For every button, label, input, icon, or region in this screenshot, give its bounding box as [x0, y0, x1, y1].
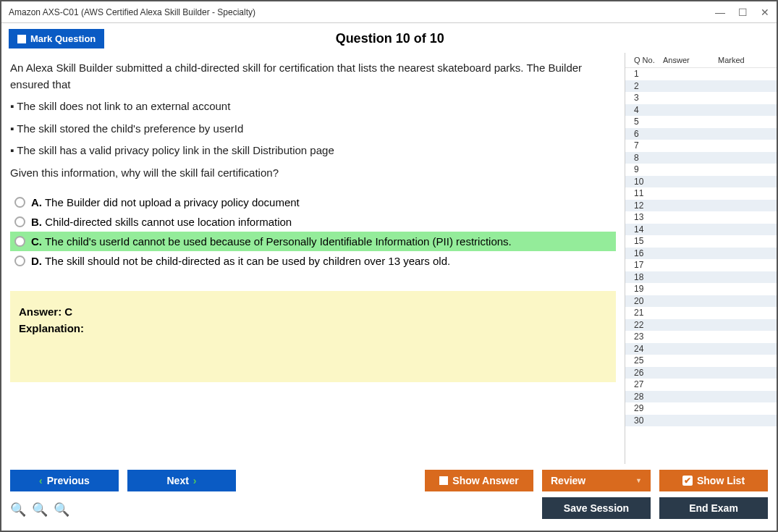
show-list-button[interactable]: ✔ Show List [659, 470, 768, 491]
titlebar: Amazon AXS-C01 (AWS Certified Alexa Skil… [1, 1, 777, 23]
question-list-row[interactable]: 22 [625, 319, 777, 332]
question-list-row[interactable]: 14 [625, 224, 777, 236]
question-list-row[interactable]: 24 [625, 343, 777, 355]
chevron-down-icon: ▼ [635, 477, 642, 484]
question-list-row[interactable]: 15 [625, 235, 777, 248]
options-list: A. The Builder did not upload a privacy … [10, 193, 616, 271]
question-list-row[interactable]: 25 [625, 355, 777, 367]
question-list-row[interactable]: 1 [625, 68, 777, 80]
radio-icon [14, 236, 25, 247]
square-icon [439, 476, 448, 485]
zoom-reset-icon[interactable]: 🔍 [32, 502, 48, 518]
question-list-row[interactable]: 13 [625, 211, 777, 224]
question-list-row[interactable]: 26 [625, 367, 777, 379]
question-list-row[interactable]: 10 [625, 176, 777, 188]
question-list[interactable]: 1234567891011121314151617181920212223242… [625, 68, 777, 464]
question-list-row[interactable]: 19 [625, 283, 777, 295]
explanation-label: Explanation: [19, 322, 607, 334]
next-button[interactable]: Next › [127, 470, 236, 491]
question-list-row[interactable]: 28 [625, 391, 777, 403]
body: An Alexa Skill Builder submitted a child… [1, 53, 777, 464]
question-bullets: ▪ The skill does not link to an external… [10, 98, 616, 159]
footer: ‹ Previous Next › Show Answer Review ▼ ✔… [1, 464, 777, 531]
answer-panel: Answer: C Explanation: [10, 291, 616, 382]
option-d[interactable]: D. The skill should not be child-directe… [10, 251, 616, 271]
question-intro: An Alexa Skill Builder submitted a child… [10, 60, 616, 93]
close-icon[interactable]: ✕ [761, 7, 769, 18]
zoom-out-icon[interactable]: 🔍 [54, 502, 69, 518]
footer-row-1: ‹ Previous Next › Show Answer Review ▼ ✔… [10, 470, 768, 491]
end-exam-button[interactable]: End Exam [659, 497, 768, 519]
save-session-button[interactable]: Save Session [542, 497, 651, 519]
question-counter: Question 10 of 10 [10, 31, 769, 46]
question-list-row[interactable]: 29 [625, 402, 777, 415]
footer-row-2: 🔍 🔍 🔍 Save Session End Exam [10, 497, 768, 519]
question-panel: An Alexa Skill Builder submitted a child… [1, 53, 625, 464]
radio-icon [14, 256, 25, 266]
radio-icon [14, 197, 25, 208]
question-list-row[interactable]: 3 [625, 92, 777, 104]
chevron-right-icon: › [193, 475, 197, 486]
previous-button[interactable]: ‹ Previous [10, 470, 119, 491]
header-bar: Mark Question Question 10 of 10 [1, 23, 777, 53]
question-text: An Alexa Skill Builder submitted a child… [10, 56, 616, 185]
maximize-icon[interactable]: ☐ [738, 7, 748, 18]
option-c[interactable]: C. The child's userId cannot be used bec… [10, 232, 616, 251]
question-list-row[interactable]: 2 [625, 80, 777, 93]
question-list-row[interactable]: 16 [625, 248, 777, 260]
question-list-row[interactable]: 5 [625, 116, 777, 128]
question-list-row[interactable]: 20 [625, 295, 777, 308]
col-answer: Answer [663, 56, 718, 64]
question-list-panel: Q No. Answer Marked 12345678910111213141… [625, 53, 777, 464]
window-controls: — ☐ ✕ [715, 7, 769, 18]
window-title: Amazon AXS-C01 (AWS Certified Alexa Skil… [9, 7, 715, 17]
question-list-row[interactable]: 17 [625, 259, 777, 271]
zoom-controls: 🔍 🔍 🔍 [10, 502, 69, 518]
question-list-header: Q No. Answer Marked [625, 53, 777, 68]
question-list-row[interactable]: 21 [625, 307, 777, 319]
app-window: Amazon AXS-C01 (AWS Certified Alexa Skil… [0, 0, 778, 532]
question-list-row[interactable]: 4 [625, 104, 777, 117]
question-list-row[interactable]: 18 [625, 271, 777, 284]
bullet-item: ▪ The skill has a valid privacy policy l… [10, 143, 616, 159]
col-qno: Q No. [634, 56, 663, 64]
question-list-row[interactable]: 23 [625, 331, 777, 343]
question-list-row[interactable]: 27 [625, 379, 777, 391]
question-list-row[interactable]: 12 [625, 200, 777, 212]
question-list-row[interactable]: 6 [625, 128, 777, 140]
option-b[interactable]: B. Child-directed skills cannot use loca… [10, 212, 616, 232]
question-list-row[interactable]: 11 [625, 187, 777, 200]
question-list-row[interactable]: 30 [625, 415, 777, 427]
option-a[interactable]: A. The Builder did not upload a privacy … [10, 193, 616, 212]
bullet-item: ▪ The skill stored the child's preferenc… [10, 121, 616, 138]
col-marked: Marked [718, 56, 772, 64]
question-list-row[interactable]: 9 [625, 164, 777, 176]
question-prompt: Given this information, why will the ski… [10, 165, 616, 182]
question-list-row[interactable]: 7 [625, 140, 777, 152]
radio-icon [14, 216, 25, 227]
zoom-in-icon[interactable]: 🔍 [10, 502, 26, 518]
show-answer-button[interactable]: Show Answer [425, 470, 533, 491]
chevron-left-icon: ‹ [39, 475, 43, 486]
bullet-item: ▪ The skill does not link to an external… [10, 98, 616, 115]
check-icon: ✔ [682, 476, 693, 486]
answer-line: Answer: C [19, 305, 607, 318]
minimize-icon[interactable]: — [715, 7, 725, 18]
question-list-row[interactable]: 8 [625, 152, 777, 164]
review-dropdown[interactable]: Review ▼ [542, 470, 651, 491]
